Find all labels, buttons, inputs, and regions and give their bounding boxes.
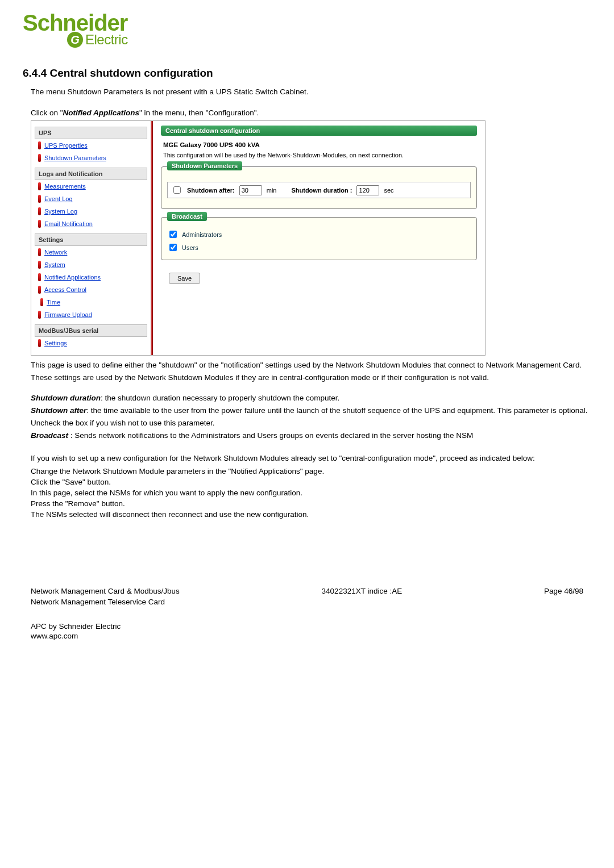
footer-left: Network Management Card & Modbus/Jbus [31,587,180,595]
nav-access-control[interactable]: Access Control [35,283,147,296]
nav-label: Network [44,249,67,256]
nav-label: Access Control [44,286,86,293]
broadcast-users-row: Users [167,241,471,254]
def-text: : Sends network notifications to the Adm… [68,431,473,440]
howto-step-1: Change the Network Shutdown Module param… [31,467,591,475]
def-text: : the time available to the user from th… [31,406,588,427]
broadcast-users-checkbox[interactable] [169,244,177,251]
bullet-icon [38,248,41,256]
main-panel: Central shutdown configuration MGE Galax… [153,121,485,355]
shutdown-duration-label: Shutdown duration : [291,187,352,194]
logo-glyph-icon: G [67,32,83,48]
shutdown-after-checkbox[interactable] [173,186,181,194]
bullet-icon [38,261,41,269]
footer-company: APC by Schneider Electric [31,622,583,631]
nav-label: Time [47,299,60,306]
page-title-bar: Central shutdown configuration [161,126,477,136]
footer-row-2: Network Management Teleservice Card [31,598,583,606]
logo-electric: Electric [85,32,128,48]
nav-label: UPS Properties [44,142,88,149]
def-shutdown-duration: Shutdown duration: the shutdown duration… [31,394,591,402]
embedded-screenshot: UPS UPS Properties Shutdown Parameters L… [31,120,486,356]
nav-label: Firmware Upload [44,311,92,318]
nav-head-settings: Settings [35,233,147,246]
nav-email-notification[interactable]: Email Notification [35,218,147,230]
nav-time[interactable]: Time [35,296,147,308]
bullet-icon [38,195,41,203]
shutdown-parameters-legend: Shutdown Parameters [167,161,242,170]
nav-ups-properties[interactable]: UPS Properties [35,139,147,152]
section-heading: 6.4.4 Central shutdown configuration [23,67,591,80]
broadcast-users-label: Users [182,244,198,251]
def-shutdown-after: Shutdown after: the time available to th… [31,404,591,429]
click-post: " in the menu, then "Configuration". [139,108,259,117]
nav-label: Notified Applications [44,274,101,281]
broadcast-legend: Broadcast [167,212,207,221]
shutdown-param-row: Shutdown after: min Shutdown duration : … [167,182,471,198]
bullet-icon [38,182,41,190]
config-desc: This configuration will be used by the N… [163,152,475,158]
nav-label: Event Log [44,195,73,202]
nav-firmware-upload[interactable]: Firmware Upload [35,308,147,321]
click-instruction: Click on "Notified Applications" in the … [31,108,591,117]
bullet-icon [38,273,41,281]
broadcast-admin-checkbox[interactable] [169,231,177,238]
nav-label: Measurements [44,183,86,190]
broadcast-admin-row: Administrators [167,228,471,241]
broadcast-admin-label: Administrators [182,231,222,238]
bullet-icon [38,311,41,319]
def-label: Shutdown after [31,406,86,415]
nav-event-log[interactable]: Event Log [35,193,147,205]
def-label: Shutdown duration [31,394,101,402]
shutdown-duration-input[interactable] [356,185,379,195]
sidebar: UPS UPS Properties Shutdown Parameters L… [31,121,151,355]
ups-name: MGE Galaxy 7000 UPS 400 kVA [163,141,475,148]
save-button[interactable]: Save [169,273,200,284]
nav-notified-applications[interactable]: Notified Applications [35,271,147,283]
broadcast-fieldset: Broadcast Administrators Users [161,217,477,260]
shutdown-after-label: Shutdown after: [187,187,235,194]
nav-shutdown-params[interactable]: Shutdown Parameters [35,152,147,164]
nav-system[interactable]: System [35,258,147,271]
intro-paragraph: The menu Shutdown Parameters is not pres… [31,87,591,96]
click-bold: Notified Applications [63,108,140,117]
bullet-icon [38,339,41,347]
def-broadcast: Broadcast : Sends network notifications … [31,431,591,440]
nav-measurements[interactable]: Measurements [35,180,147,193]
def-label: Broadcast [31,431,68,440]
logo-sub: G Electric [67,32,614,48]
howto-intro: If you wish to set up a new configuratio… [31,452,591,465]
howto-step-2: Click the "Save" button. [31,478,591,486]
nav-label: Settings [44,340,67,347]
shutdown-after-unit: min [267,187,277,194]
click-pre: Click on " [31,108,63,117]
bullet-icon [38,154,41,162]
howto-step-4: Press the "Remove" button. [31,499,591,508]
howto-step-3: In this page, select the NSMs for which … [31,489,591,497]
shutdown-parameters-fieldset: Shutdown Parameters Shutdown after: min … [161,166,477,209]
bullet-icon [40,298,43,306]
shutdown-duration-unit: sec [384,187,393,194]
bullet-icon [38,141,41,149]
nav-head-logs: Logs and Notification [35,168,147,180]
bullet-icon [38,286,41,294]
footer-center: 34022321XT indice :AE [322,587,403,595]
howto-step-5: The NSMs selected will disconnect then r… [31,510,591,519]
nav-label: Shutdown Parameters [44,155,106,161]
logo-main: Schneider [23,11,614,34]
footer-url: www.apc.com [31,632,583,640]
nav-network[interactable]: Network [35,246,147,258]
explain-paragraph: This page is used to define either the "… [31,359,591,383]
bullet-icon [38,207,41,215]
def-text: : the shutdown duration necessary to pro… [101,394,339,402]
nav-system-log[interactable]: System Log [35,205,147,218]
nav-modbus-settings[interactable]: Settings [35,337,147,349]
footer-right: Page 46/98 [544,587,583,595]
footer-row-1: Network Management Card & Modbus/Jbus 34… [31,587,583,595]
nav-label: Email Notification [44,220,93,227]
nav-head-ups: UPS [35,127,147,139]
nav-head-modbus: ModBus/JBus serial [35,324,147,337]
nav-label: System [44,261,65,268]
shutdown-after-input[interactable] [239,185,262,195]
nav-label: System Log [44,208,77,215]
